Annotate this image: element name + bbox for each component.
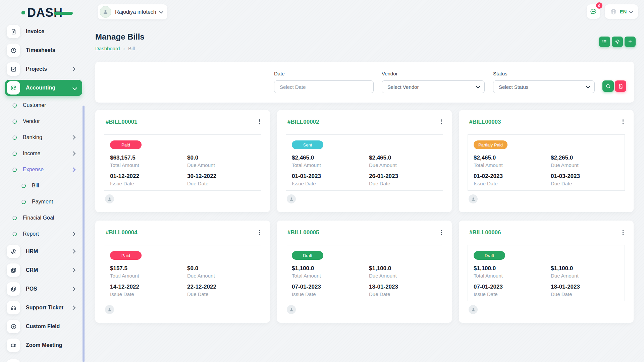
- sidebar-item-zoom-meeting[interactable]: Zoom Meeting: [0, 336, 86, 355]
- bill-number-link[interactable]: #BILL00004: [106, 229, 138, 236]
- sidebar-item-expense[interactable]: Expense: [0, 162, 86, 178]
- messages-button[interactable]: 0: [587, 4, 600, 19]
- total-amount-value: $157.5: [110, 265, 187, 272]
- sidebar-item-finacial-goal[interactable]: Finacial Goal: [0, 210, 86, 226]
- due-amount-value: $2,465.0: [369, 155, 443, 161]
- vendor-select[interactable]: Select Vendor: [382, 80, 485, 93]
- chevron-right-icon: [71, 287, 75, 291]
- sidebar-item-support-ticket[interactable]: Support Ticket: [0, 298, 86, 317]
- kebab-menu-icon[interactable]: [439, 118, 443, 126]
- vendor-avatar[interactable]: [469, 194, 478, 203]
- sidebar-item-payment[interactable]: Payment: [0, 194, 86, 210]
- status-badge: Draft: [292, 251, 323, 260]
- status-badge: Paid: [110, 140, 142, 149]
- due-amount-value: $1,100.0: [551, 265, 625, 272]
- due-date-label: Due Date: [187, 181, 261, 186]
- brand-logo[interactable]: DASH: [21, 5, 73, 20]
- list-icon: [602, 39, 607, 45]
- app-root: DASH Rajodiya infotech 0 EN Invoice: [0, 0, 644, 362]
- due-date-label: Due Date: [187, 291, 261, 297]
- kebab-menu-icon[interactable]: [439, 229, 443, 236]
- kebab-menu-icon[interactable]: [258, 229, 262, 236]
- globe-icon: [610, 8, 617, 15]
- issue-date-value: 07-01-2023: [474, 284, 551, 290]
- bill-cards-grid: #BILL00001 Paid $63,157.5 Total Amount $…: [95, 110, 634, 323]
- bill-number-link[interactable]: #BILL00005: [287, 229, 319, 236]
- bill-number-link[interactable]: #BILL00002: [287, 119, 319, 125]
- total-amount-value: $63,157.5: [110, 155, 187, 161]
- sidebar-item-custom-field[interactable]: Custom Field: [0, 317, 86, 336]
- accounting-icon: [7, 81, 20, 95]
- create-bill-button[interactable]: [625, 37, 636, 47]
- breadcrumb-dashboard[interactable]: Dashboard: [95, 46, 120, 51]
- chevron-right-icon: [71, 135, 75, 140]
- chevron-right-icon: [71, 305, 75, 310]
- issue-date-value: 07-01-2023: [292, 284, 369, 290]
- sidebar-item-invoice[interactable]: Invoice: [0, 22, 86, 41]
- workspace-switcher[interactable]: Rajodiya infotech: [98, 4, 167, 19]
- bullet-icon: [12, 232, 17, 237]
- sidebar-item-projects[interactable]: Projects: [0, 60, 86, 78]
- apply-filter-button[interactable]: [602, 80, 614, 92]
- issue-date-label: Issue Date: [474, 181, 551, 186]
- sidebar-item-customer[interactable]: Customer: [0, 97, 86, 113]
- chevron-down-icon: [72, 85, 77, 90]
- sidebar-item-timesheets[interactable]: Timesheets: [0, 41, 86, 60]
- language-code: EN: [620, 9, 627, 14]
- vendor-avatar[interactable]: [469, 305, 478, 314]
- vendor-label: Vendor: [382, 71, 398, 76]
- total-amount-value: $2,465.0: [292, 155, 369, 161]
- due-amount-label: Due Amount: [187, 273, 261, 279]
- bill-number-link[interactable]: #BILL00003: [469, 119, 501, 125]
- breadcrumb: Dashboard › Bill: [95, 46, 135, 51]
- sidebar-item-bill[interactable]: Bill: [0, 178, 86, 194]
- date-input[interactable]: [274, 80, 374, 93]
- vendor-avatar[interactable]: [105, 305, 114, 314]
- chat-icon: [590, 8, 597, 15]
- page-title: Manage Bills: [95, 32, 145, 42]
- vendor-avatar[interactable]: [105, 194, 114, 203]
- bullet-icon: [12, 119, 17, 124]
- bill-details-box: Draft $1,100.0 Total Amount $1,100.0 Due…: [286, 245, 443, 301]
- chevron-down-icon: [629, 9, 634, 13]
- headset-icon: [7, 301, 20, 314]
- due-date-label: Due Date: [369, 291, 443, 297]
- issue-date-label: Issue Date: [292, 291, 369, 297]
- bill-card: #BILL00006 Draft $1,100.0 Total Amount $…: [459, 221, 634, 323]
- date-label: Date: [274, 71, 285, 76]
- status-label: Status: [493, 71, 507, 76]
- vendor-avatar[interactable]: [287, 194, 296, 203]
- sidebar-item-crm[interactable]: CRM: [0, 261, 86, 280]
- total-amount-label: Total Amount: [474, 162, 551, 168]
- reset-filter-button[interactable]: [615, 80, 626, 92]
- due-amount-label: Due Amount: [369, 273, 443, 279]
- sidebar-item-banking[interactable]: Banking: [0, 129, 86, 145]
- check-square-icon: [7, 62, 20, 76]
- bill-number-link[interactable]: #BILL00006: [469, 229, 501, 236]
- plus-circle-icon: [7, 320, 20, 333]
- kebab-menu-icon[interactable]: [258, 118, 262, 126]
- language-selector[interactable]: EN: [605, 4, 638, 19]
- chevron-right-icon: [71, 167, 75, 172]
- vendor-avatar[interactable]: [287, 305, 296, 314]
- bullet-icon: [21, 199, 26, 204]
- bill-details-box: Sent $2,465.0 Total Amount $2,465.0 Due …: [286, 134, 443, 191]
- sidebar-item-income[interactable]: Income: [0, 145, 86, 162]
- total-amount-value: $2,465.0: [474, 155, 551, 161]
- plus-icon: [627, 39, 633, 45]
- sidebar-item-vendor[interactable]: Vendor: [0, 113, 86, 129]
- bullet-icon: [12, 216, 17, 221]
- list-view-button[interactable]: [599, 37, 610, 47]
- sidebar-item-hrm[interactable]: HRM: [0, 242, 86, 261]
- notification-badge: 0: [596, 2, 602, 9]
- sidebar-scrollbar[interactable]: [83, 106, 85, 362]
- bill-number-link[interactable]: #BILL00001: [106, 119, 138, 125]
- kebab-menu-icon[interactable]: [621, 229, 625, 236]
- kebab-menu-icon[interactable]: [621, 118, 625, 126]
- sidebar-item-pos[interactable]: POS: [0, 280, 86, 298]
- issue-date-label: Issue Date: [110, 291, 187, 297]
- sidebar-item-accounting[interactable]: Accounting: [5, 80, 82, 96]
- sidebar-item-report[interactable]: Report: [0, 226, 86, 242]
- status-select[interactable]: Select Status: [493, 80, 595, 93]
- settings-button[interactable]: [612, 37, 623, 47]
